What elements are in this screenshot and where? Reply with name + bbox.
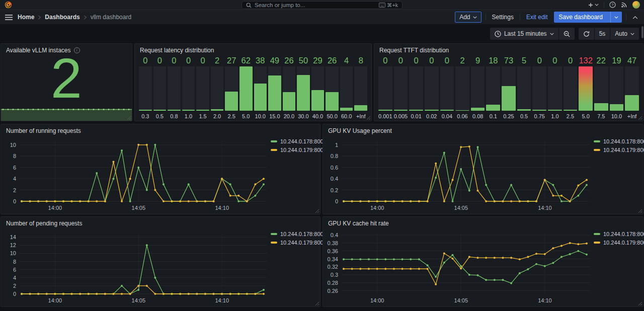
bar-15.0[interactable]: 4915.0 <box>268 56 281 119</box>
resize-handle[interactable] <box>315 209 319 213</box>
resize-handle[interactable] <box>127 116 131 120</box>
bar-10.0[interactable]: 1910.0 <box>610 56 624 119</box>
bar-+Inf[interactable]: 47+Inf <box>625 56 639 119</box>
bar-+Inf[interactable]: 8+Inf <box>354 56 367 119</box>
bar-label: 0.3 <box>139 111 152 119</box>
bar-0.02[interactable]: 00.02 <box>425 56 439 119</box>
bar-0.75[interactable]: 00.75 <box>532 56 546 119</box>
legend-item[interactable]: 10.244.0.178:8000 <box>271 231 317 237</box>
bar-2.0[interactable]: 22.0 <box>211 56 224 119</box>
divider <box>520 14 520 21</box>
bar-1.0[interactable]: 01.0 <box>182 56 195 119</box>
save-options-caret[interactable] <box>610 12 622 23</box>
user-avatar[interactable] <box>632 1 640 9</box>
kiosk-mode-button[interactable] <box>630 16 640 19</box>
legend-label: 10.244.0.178:8000 <box>280 138 327 144</box>
resize-handle[interactable] <box>638 209 642 213</box>
resize-handle[interactable] <box>638 301 642 306</box>
bar-0.001[interactable]: 00.001 <box>378 56 392 119</box>
bar-2.5[interactable]: 02.5 <box>564 56 578 119</box>
bar-value: 47 <box>625 56 639 66</box>
bar-0.08[interactable]: 90.08 <box>471 56 485 119</box>
bar-30.0[interactable]: 5030.0 <box>297 56 310 119</box>
legend-item[interactable]: 10.244.0.179:8000 <box>594 240 640 246</box>
resize-handle[interactable] <box>315 301 319 306</box>
bar-0.5[interactable]: 50.5 <box>517 56 531 119</box>
bar-0.01[interactable]: 00.01 <box>409 56 423 119</box>
x-tick-label: 14:00 <box>48 205 62 211</box>
bar-1.5[interactable]: 01.5 <box>196 56 209 119</box>
plus-icon <box>588 2 594 8</box>
scrollbar-thumb[interactable] <box>641 26 643 38</box>
bar-2.5[interactable]: 272.5 <box>225 56 238 119</box>
legend-item[interactable]: 10.244.0.178:8000 <box>594 231 640 237</box>
x-tick-label: 14:05 <box>132 205 146 211</box>
exit-edit-button[interactable]: Exit edit <box>524 12 550 23</box>
bar-0.1[interactable]: 180.1 <box>486 56 500 119</box>
bar-60.0[interactable]: 460.0 <box>340 56 353 119</box>
auto-refresh-picker[interactable]: Auto <box>610 28 639 40</box>
grafana-logo[interactable] <box>5 1 12 9</box>
resize-handle[interactable] <box>638 116 642 120</box>
search-input[interactable]: Search or jump to... ⌘+k <box>242 1 403 9</box>
bar-track <box>625 66 639 111</box>
panel-title[interactable]: Number of pending requests <box>1 217 320 229</box>
bar-0.25[interactable]: 730.25 <box>502 56 516 119</box>
y-tick-label: 0.4 <box>331 232 338 238</box>
divider <box>486 14 486 21</box>
panel-title[interactable]: GPU KV Usage percent <box>323 124 643 136</box>
bar-track <box>394 66 408 111</box>
bar-5.0[interactable]: 1325.0 <box>579 56 593 119</box>
bar-0.005[interactable]: 00.005 <box>394 56 408 119</box>
bar-0.8[interactable]: 00.8 <box>168 56 181 119</box>
time-range-picker[interactable]: Last 15 minutes <box>490 28 558 40</box>
add-button[interactable]: Add <box>455 12 481 23</box>
bar-50.0[interactable]: 2650.0 <box>326 56 339 119</box>
chevron-down-icon <box>630 33 634 35</box>
bar-track <box>409 66 423 111</box>
bar-label: 1.5 <box>196 111 209 119</box>
chart-plot-area[interactable] <box>341 230 590 296</box>
panel-title[interactable]: Number of running requests <box>1 124 320 136</box>
bar-7.5[interactable]: 227.5 <box>594 56 608 119</box>
chart-plot-area[interactable] <box>19 137 267 203</box>
new-button[interactable] <box>588 2 599 8</box>
legend-item[interactable]: 10.244.0.178:8000 <box>271 138 317 144</box>
y-tick-label: 0.8 <box>331 153 338 159</box>
chart-plot-area[interactable] <box>19 230 267 296</box>
breadcrumb-dashboards[interactable]: Dashboards <box>45 14 79 21</box>
menu-icon[interactable] <box>5 15 13 20</box>
bar-5.0[interactable]: 625.0 <box>239 56 253 119</box>
y-tick-label: 0 <box>13 198 16 204</box>
bar-20.0[interactable]: 2620.0 <box>283 56 296 119</box>
breadcrumb-home[interactable]: Home <box>18 14 34 21</box>
bar-gauge-ttft[interactable]: 00.00100.00500.0100.0200.0420.0690.08180… <box>374 56 643 121</box>
bar-gauge-latency[interactable]: 00.300.500.801.001.522.0272.5625.03810.0… <box>135 56 371 121</box>
save-dashboard-button[interactable]: Save dashboard <box>554 12 622 23</box>
legend-item[interactable]: 10.244.0.178:8000 <box>594 138 640 144</box>
zoom-out-button[interactable] <box>558 28 575 40</box>
panel-title[interactable]: GPU KV cache hit rate <box>323 217 643 229</box>
bar-0.5[interactable]: 00.5 <box>153 56 167 119</box>
settings-button[interactable]: Settings <box>490 12 516 23</box>
legend-item[interactable]: 10.244.0.179:8000 <box>271 147 317 153</box>
bar-0.3[interactable]: 00.3 <box>139 56 152 119</box>
news-button[interactable] <box>621 2 627 8</box>
refresh-interval-label[interactable]: 5s <box>594 28 610 40</box>
chart-plot-area[interactable] <box>341 137 590 203</box>
help-button[interactable]: ? <box>609 2 616 8</box>
bar-1.0[interactable]: 01.0 <box>548 56 562 119</box>
bar-0.04[interactable]: 00.04 <box>440 56 454 119</box>
legend-item[interactable]: 10.244.0.179:8000 <box>271 240 317 246</box>
bar-fill <box>239 66 253 111</box>
panel-title[interactable]: Request TTFT distribution <box>374 44 643 56</box>
resize-handle[interactable] <box>366 116 371 120</box>
bar-label: 2.0 <box>211 111 224 119</box>
legend-item[interactable]: 10.244.0.179:8000 <box>594 147 640 153</box>
panel-title[interactable]: Request latency distribution <box>135 44 371 56</box>
bar-40.0[interactable]: 2940.0 <box>311 56 325 119</box>
bar-10.0[interactable]: 3810.0 <box>254 56 267 119</box>
bar-0.06[interactable]: 20.06 <box>455 56 469 119</box>
refresh-button[interactable] <box>579 28 594 40</box>
bar-value: 2 <box>211 56 224 66</box>
